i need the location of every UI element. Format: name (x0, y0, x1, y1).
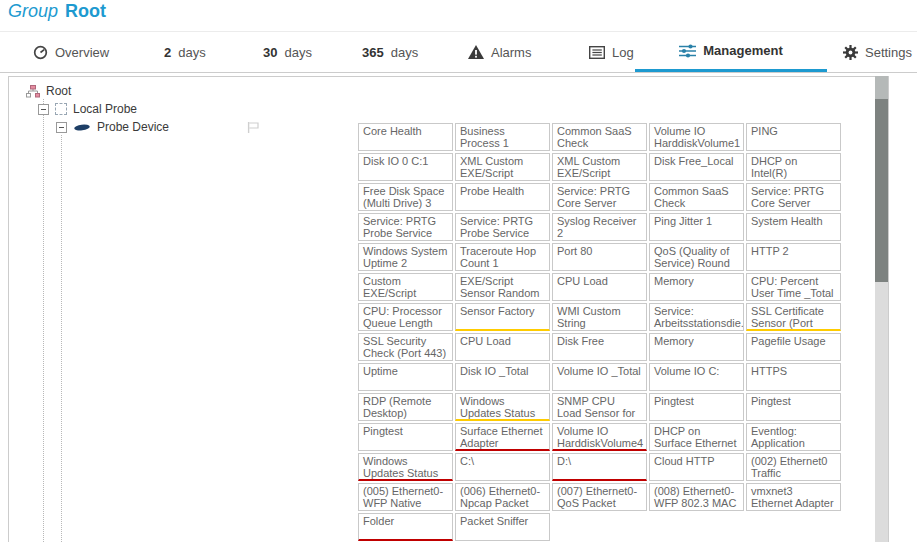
sensor-label: vmxnet3 Ethernet Adapter (751, 485, 834, 509)
sensor-box[interactable]: System Health (746, 213, 841, 241)
collapse-toggle-icon[interactable] (38, 104, 49, 115)
tree-item-local-probe[interactable]: Local Probe (38, 102, 137, 116)
sensor-box[interactable]: Volume IO C: (649, 363, 744, 391)
collapse-toggle-icon[interactable] (56, 122, 67, 133)
sensor-box[interactable]: HTTPS (746, 363, 841, 391)
management-panel: Root Local Probe Probe Device Core Healt… (8, 76, 889, 542)
tab-2-days[interactable]: 2 days (164, 32, 206, 72)
sensor-box[interactable]: (002) Ethernet0 Traffic (746, 453, 841, 481)
tree-item-root[interactable]: Root (26, 84, 71, 98)
tab-365-days[interactable]: 365 days (362, 32, 418, 72)
scrollbar-up-button[interactable] (875, 76, 888, 99)
sensor-box[interactable]: Pingtest (649, 393, 744, 421)
sensor-box[interactable]: Windows System Uptime 2 (358, 243, 453, 271)
sensor-box[interactable]: Service: Arbeitsstationsdie... (649, 303, 744, 331)
sensor-box[interactable]: Pingtest (746, 393, 841, 421)
sensor-label: CPU Load (557, 275, 608, 287)
sensor-box[interactable]: DHCP on Surface Ethernet Adapter (649, 423, 744, 451)
tree-connector-line (61, 135, 62, 542)
sensor-box[interactable]: vmxnet3 Ethernet Adapter (746, 483, 841, 511)
sensor-box[interactable]: SSL Security Check (Port 443) (358, 333, 453, 361)
sensor-box[interactable]: Common SaaS Check (649, 183, 744, 211)
sensor-box[interactable]: CPU: Processor Queue Length (358, 303, 453, 331)
sensor-label: Volume IO HarddiskVolume4 (557, 425, 643, 449)
sensor-box[interactable]: D:\ (552, 453, 647, 481)
sensor-box[interactable]: Free Disk Space (Multi Drive) 3 (358, 183, 453, 211)
sensor-box[interactable]: Pingtest (358, 423, 453, 451)
sensor-box[interactable]: C:\ (455, 453, 550, 481)
tab-30-days[interactable]: 30 days (263, 32, 312, 72)
sensor-box[interactable]: Ping Jitter 1 (649, 213, 744, 241)
sensor-box[interactable]: Memory (649, 333, 744, 361)
sensor-box[interactable]: Service: PRTG Core Server Service (552, 183, 647, 211)
sensor-label: Volume IO C: (654, 365, 719, 377)
sensor-box[interactable]: XML Custom EXE/Script Sensor (552, 153, 647, 181)
sensor-label: Custom EXE/Script Sensor 1 (363, 275, 416, 301)
sensor-box[interactable]: Folder (358, 513, 453, 541)
sensor-label: Probe Health (460, 185, 524, 197)
sensor-label: System Health (751, 215, 823, 227)
sensor-box[interactable]: (006) Ethernet0-Npcap Packet (455, 483, 550, 511)
sensor-box[interactable]: Probe Health (455, 183, 550, 211)
sensor-box[interactable]: SSL Certificate Sensor (Port 443) (746, 303, 841, 331)
sensor-box[interactable]: Disk IO 0 C:1 (358, 153, 453, 181)
sensor-box[interactable]: Pagefile Usage (746, 333, 841, 361)
sensor-box[interactable]: Service: PRTG Probe Service (455, 213, 550, 241)
sensor-box[interactable]: Core Health (358, 123, 453, 151)
sensor-box[interactable]: RDP (Remote Desktop) (358, 393, 453, 421)
sensor-box[interactable]: Windows Updates Status (358, 453, 453, 481)
sensor-box[interactable]: Disk Free (552, 333, 647, 361)
sensor-grid: Core HealthBusiness Process 1Common SaaS… (358, 123, 841, 541)
sensor-box[interactable]: CPU: Percent User Time _Total (746, 273, 841, 301)
sensor-box[interactable]: Volume IO HarddiskVolume1 (649, 123, 744, 151)
sensor-box[interactable]: Sensor Factory (455, 303, 550, 331)
sensor-box[interactable]: Packet Sniffer (455, 513, 550, 541)
sensor-box[interactable]: Common SaaS Check (552, 123, 647, 151)
sensor-box[interactable]: Port 80 (552, 243, 647, 271)
sensor-box[interactable]: PING (746, 123, 841, 151)
probe-icon (55, 103, 67, 115)
tab-settings[interactable]: Settings (843, 32, 912, 72)
sensor-box[interactable]: DHCP on Intel(R) PRO/1000 MT (746, 153, 841, 181)
vertical-scrollbar[interactable] (875, 76, 888, 542)
sensor-box[interactable]: (005) Ethernet0-WFP Native MAC (358, 483, 453, 511)
sensor-label: C:\ (460, 455, 474, 467)
sensor-box[interactable]: SNMP CPU Load Sensor for Asako (552, 393, 647, 421)
sensor-box[interactable]: Business Process 1 (455, 123, 550, 151)
gauge-icon (33, 45, 48, 60)
tab-management[interactable]: Management (635, 32, 827, 72)
sensor-box[interactable]: Volume IO _Total (552, 363, 647, 391)
sensor-box[interactable]: EXE/Script Sensor Random number (455, 273, 550, 301)
sensor-box[interactable]: (008) Ethernet0-WFP 802.3 MAC (649, 483, 744, 511)
sensor-box[interactable]: Volume IO HarddiskVolume4 (552, 423, 647, 451)
sensor-label: Port 80 (557, 245, 592, 257)
sensor-box[interactable]: Disk Free_Local (649, 153, 744, 181)
tab-log[interactable]: Log (589, 32, 634, 72)
sensor-box[interactable]: Surface Ethernet Adapter (455, 423, 550, 451)
sensor-box[interactable]: CPU Load (552, 273, 647, 301)
sensor-label: WMI Custom String (557, 305, 621, 329)
sensor-box[interactable]: XML Custom EXE/Script Sensor (455, 153, 550, 181)
sensor-box[interactable]: Custom EXE/Script Sensor 1 (358, 273, 453, 301)
tab-alarms[interactable]: Alarms (468, 32, 531, 72)
sensor-label: Business Process 1 (460, 125, 509, 149)
sensor-label: PING (751, 125, 778, 137)
tree-item-probe-device[interactable]: Probe Device (56, 120, 260, 134)
sensor-box[interactable]: CPU Load (455, 333, 550, 361)
sensor-box[interactable]: Disk IO _Total (455, 363, 550, 391)
sensor-box[interactable]: Uptime (358, 363, 453, 391)
tab-overview[interactable]: Overview (33, 32, 109, 72)
sensor-box[interactable]: (007) Ethernet0-QoS Packet (552, 483, 647, 511)
sensor-box[interactable]: Eventlog: Application (746, 423, 841, 451)
sensor-box[interactable]: Syslog Receiver 2 (552, 213, 647, 241)
sensor-box[interactable]: Service: PRTG Probe Service (358, 213, 453, 241)
sensor-box[interactable]: WMI Custom String (552, 303, 647, 331)
sensor-box[interactable]: Service: PRTG Core Server Service (746, 183, 841, 211)
sensor-box[interactable]: HTTP 2 (746, 243, 841, 271)
sensor-box[interactable]: Memory (649, 273, 744, 301)
sensor-box[interactable]: Cloud HTTP (649, 453, 744, 481)
sensor-box[interactable]: Windows Updates Status (455, 393, 550, 421)
sensor-box[interactable]: QoS (Quality of Service) Round Trip (649, 243, 744, 271)
scrollbar-thumb[interactable] (875, 99, 888, 282)
sensor-box[interactable]: Traceroute Hop Count 1 (455, 243, 550, 271)
